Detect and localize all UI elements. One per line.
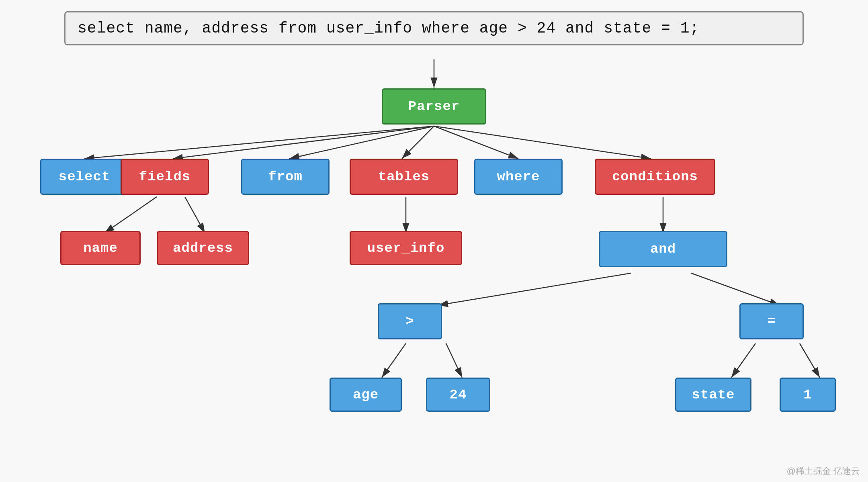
eq-node: = [739, 303, 804, 339]
svg-line-9 [185, 197, 205, 233]
watermark: @稀土掘金 亿速云 [787, 465, 860, 477]
parser-node: Parser [382, 88, 486, 125]
svg-line-7 [434, 126, 651, 159]
and-node: and [599, 231, 727, 267]
conditions-node: conditions [595, 159, 715, 195]
svg-line-13 [691, 273, 780, 305]
state-node: state [675, 378, 751, 412]
svg-line-4 [289, 126, 434, 159]
svg-line-17 [800, 343, 820, 378]
svg-line-14 [382, 343, 406, 378]
svg-line-8 [104, 197, 157, 233]
fields-node: fields [121, 159, 209, 195]
name-node: name [60, 231, 141, 265]
address-node: address [157, 231, 249, 265]
age-node: age [330, 378, 402, 412]
select-node: select [40, 159, 129, 195]
sql-box: select name, address from user_info wher… [64, 11, 804, 45]
n1-node: 1 [780, 378, 836, 412]
gt-node: > [378, 303, 442, 339]
svg-line-3 [173, 126, 434, 159]
svg-line-5 [402, 126, 434, 159]
svg-line-6 [434, 126, 518, 159]
svg-line-12 [438, 273, 631, 305]
where-node: where [474, 159, 563, 195]
diagram-container: select name, address from user_info wher… [0, 0, 868, 482]
svg-line-16 [731, 343, 755, 378]
tables-node: tables [350, 159, 458, 195]
from-node: from [241, 159, 330, 195]
user-info-node: user_info [350, 231, 462, 265]
svg-line-2 [84, 126, 434, 159]
svg-line-15 [446, 343, 462, 378]
n24-node: 24 [426, 378, 490, 412]
